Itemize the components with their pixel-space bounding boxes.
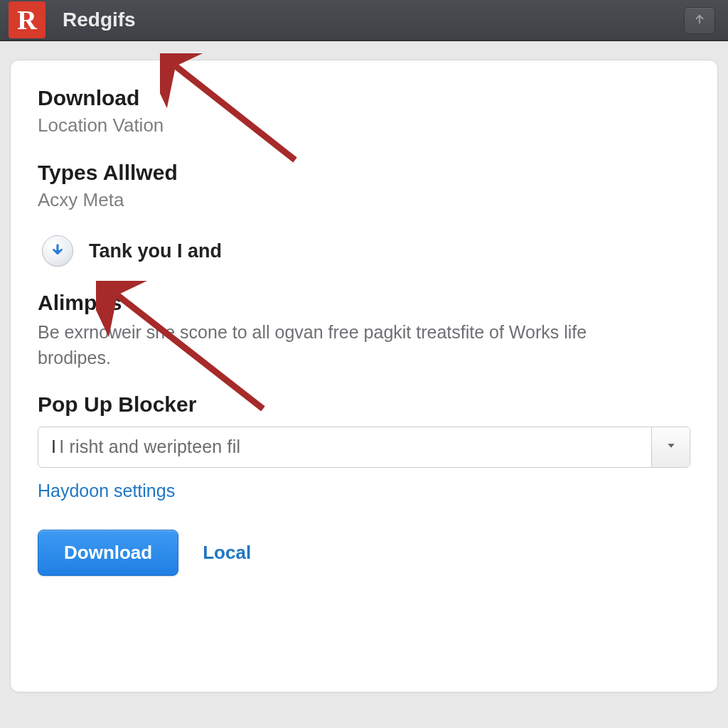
alimpus-body: Be exrnoweir she scone to all ogvan free… <box>38 319 663 371</box>
popup-dropdown-field[interactable]: I I risht and weripteen fil <box>38 427 651 467</box>
page-body: Download Location Vation Types Alllwed A… <box>0 41 728 702</box>
app-title: Redgifs <box>63 9 136 31</box>
info-row-text: Tank you I and <box>89 240 222 262</box>
upload-icon <box>693 13 706 28</box>
info-row: Tank you I and <box>42 235 690 267</box>
settings-card: Download Location Vation Types Alllwed A… <box>10 60 718 692</box>
alimpus-heading: Alimpus <box>38 291 690 315</box>
download-arrow-icon <box>42 235 73 267</box>
haydoon-settings-link[interactable]: Haydoon settings <box>38 481 175 501</box>
popup-heading: Pop Up Blocker <box>38 392 690 417</box>
chevron-down-icon <box>665 440 677 454</box>
app-logo-letter: R <box>17 4 36 36</box>
text-cursor: I <box>51 437 56 457</box>
upload-button[interactable] <box>684 7 715 34</box>
annotation-arrow-1 <box>160 53 316 174</box>
svg-line-0 <box>176 66 295 160</box>
download-subtitle: Location Vation <box>38 114 690 136</box>
local-link[interactable]: Local <box>203 542 251 564</box>
popup-dropdown-value: I risht and weripteen fil <box>59 437 240 457</box>
popup-dropdown[interactable]: I I risht and weripteen fil <box>38 427 690 468</box>
popup-dropdown-toggle[interactable] <box>651 427 690 467</box>
types-subtitle: Acxy Meta <box>38 189 690 211</box>
action-row: Download Local <box>38 530 690 576</box>
title-bar: R Redgifs <box>0 0 728 41</box>
app-logo: R <box>9 1 46 38</box>
download-heading: Download <box>38 86 690 110</box>
types-heading: Types Alllwed <box>38 161 690 185</box>
download-button[interactable]: Download <box>38 530 178 576</box>
